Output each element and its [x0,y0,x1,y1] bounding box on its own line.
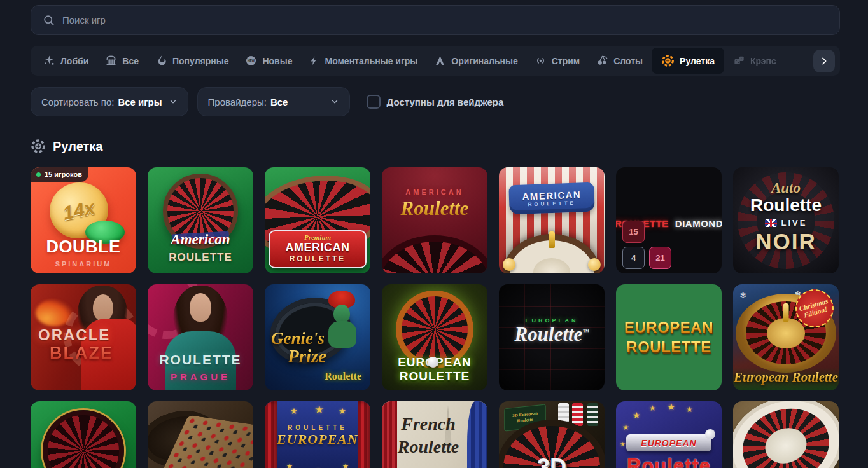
star-icon: ★ [633,410,641,420]
chip-stack-graphic [587,403,598,426]
sort-value: Все игры [118,97,162,107]
live-label: LIVE [781,218,808,228]
script-text: Roulette [515,323,583,345]
tab-lobby[interactable]: Лобби [36,49,96,72]
game-tile-genies-prize-roulette[interactable]: Genie's Prize Roulette [265,284,370,390]
game-title-line3: Roulette [325,371,361,382]
live-row: LIVE [733,218,839,228]
game-tile-european-roulette-christmas[interactable]: ❄ ❄ ❄ ❄ Christmas Edition! European Roul… [733,284,839,390]
wager-label: Доступны для вейджера [387,97,504,107]
lightning-icon [309,55,319,67]
game-eyebrow: AMERICAN [382,188,487,196]
diamond-icon [669,221,675,226]
game-title-line1: EUROPEAN [624,319,713,336]
tab-popular[interactable]: Популярные [148,49,236,72]
game-title-script: Roulette [382,197,487,220]
dealer-face-graphic [93,294,113,321]
tabs-next-button[interactable] [813,50,835,72]
title-bar: EUROPEAN [626,434,711,451]
game-title: EUROPEAN [265,431,370,448]
game-tile-european-roulette-gold[interactable]: EUROPEAN ROULETTE [616,284,722,390]
game-title-line2: Roulette [733,195,839,216]
star-icon: ★ [620,441,626,448]
game-eyebrow: ROULETTE [265,424,370,431]
title-banner: Premium AMERICAN ROULETTE [269,230,367,268]
game-title-line2: ROULETTE [382,369,487,383]
dealer-face-graphic [190,293,211,322]
tab-instant-games[interactable]: Моментальные игры [301,49,425,72]
game-tile-3d-european-roulette[interactable]: 3D European Roulette ★ ★ ★ 3D [499,401,605,468]
section-title: Рулетка [53,139,102,154]
category-tabs: Лобби Все Популярные NEW Новые Моменталь… [31,46,840,76]
game-title-line1: French [382,414,475,434]
game-tile-roulette-green[interactable] [31,401,136,468]
tab-roulette[interactable]: Рулетка [652,48,724,74]
game-tile-auto-roulette-noir[interactable]: Auto Roulette LIVE NOIR [733,167,839,273]
stream-icon [535,55,547,67]
game-tile-american-roulette-circus[interactable]: AMERICAN ROULETTE [499,167,605,273]
games-grid: 15 игроков 14x DOUBLE SPINARIUM American… [31,167,840,468]
star-icon: ★ [290,406,298,416]
tab-originals[interactable]: Оригинальные [426,49,525,72]
game-title: DOUBLE [31,237,136,257]
game-title-part2: DIAMOND [675,218,722,229]
game-provider: SPINARIUM [31,260,136,268]
star-icon: ★ [342,462,349,468]
originals-icon [434,55,446,67]
game-tile-roulette-diamond[interactable]: ROULETTE DIAMOND 15 4 21 [616,167,722,273]
chevron-down-icon [169,97,178,106]
tab-label: Оригинальные [451,56,517,66]
providers-dropdown[interactable]: Провайдеры: Все [197,87,350,116]
wager-filter[interactable]: Доступны для вейджера [367,95,504,109]
game-tile-roulette-european-stars[interactable]: ★ ★ ★ ★ ★ ★ ROULETTE EUROPEAN [265,401,370,468]
number-cell: 4 [622,247,645,269]
game-tile-european-roulette-tm[interactable]: EUROPEAN Roulette™ [499,284,605,390]
online-dot [36,172,41,177]
game-eyebrow: EUROPEAN [641,438,696,448]
premium-label: Premium [272,233,363,241]
game-title: 3D [537,454,566,468]
roulette-wheel-graphic [382,235,487,273]
game-tile-premium-american-roulette[interactable]: Premium AMERICAN ROULETTE [265,167,370,273]
trademark-sign: ™ [582,328,589,335]
section-header: Рулетка [31,139,840,154]
game-title-line1: Auto [733,180,839,196]
tab-label: Рулетка [680,56,715,66]
star-icon: ★ [649,404,656,413]
game-tile-absolute-live-roulette[interactable]: live absolute [733,401,839,468]
game-title-script: European Roulette [733,369,839,385]
star-icon: ★ [622,423,629,432]
game-subtitle: ROULETTE [528,200,576,208]
wager-checkbox[interactable] [367,95,381,109]
game-title-line2: BLAZE [50,343,113,363]
players-count: 15 игроков [45,170,82,178]
game-tile-european-roulette-stars[interactable]: ★ ★ ★ ★ ★ ★ EUROPEAN Roulette [616,401,722,468]
game-tile-american-roulette-red[interactable]: AMERICAN Roulette [382,167,487,273]
game-tile-french-roulette[interactable]: French Roulette [382,401,487,468]
game-tile-american-roulette[interactable]: American ROULETTE [148,167,253,273]
multiplier-label: 14x [61,196,97,224]
game-tile-oracle-blaze[interactable]: ORACLE BLAZE [31,284,136,390]
tab-label: Моментальные игры [325,56,417,66]
game-tile-european-roulette-glow[interactable]: EUROPEAN ROULETTE [382,284,487,390]
search-icon [43,14,55,26]
tab-new[interactable]: NEW Новые [237,49,300,72]
game-title-script: Roulette™ [499,323,605,346]
tab-all[interactable]: Все [97,49,146,72]
game-tile-double[interactable]: 15 игроков 14x DOUBLE SPINARIUM [31,167,136,273]
players-badge: 15 игроков [31,167,88,182]
uk-flag-icon [765,219,777,227]
providers-label: Провайдеры: [208,97,267,107]
tab-stream[interactable]: Стрим [527,49,587,72]
roulette-ball-graphic [705,429,715,439]
game-tile-european-photo[interactable]: European [148,401,253,468]
lobby-icon [43,55,55,67]
tab-slots[interactable]: Слоты [589,49,650,72]
game-tile-roulette-prague[interactable]: ROULETTE PRAGUE [148,284,253,390]
tab-craps[interactable]: Крэпс [725,49,784,72]
snowflake-icon: ❄ [739,291,746,300]
sort-dropdown[interactable]: Сортировать по: Все игры [31,87,188,116]
game-title-line1: ORACLE [38,326,110,344]
game-title: Roulette [616,455,722,468]
search-input[interactable] [62,15,828,25]
